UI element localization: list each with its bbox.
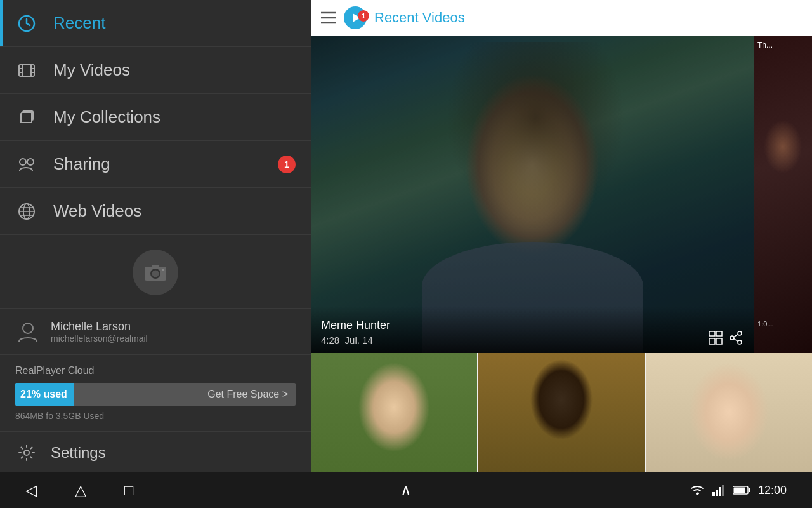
storage-section: RealPlayer Cloud 21% used Get Free Space… xyxy=(0,355,311,432)
main-content: 1 Recent Videos xyxy=(311,0,812,472)
svg-rect-33 xyxy=(716,338,722,344)
svg-point-34 xyxy=(738,331,742,335)
status-bar: 12:00 xyxy=(690,484,787,497)
clock-icon xyxy=(15,12,38,35)
back-button[interactable]: ◁ xyxy=(25,481,37,499)
thumbnail-image-1 xyxy=(311,353,477,472)
featured-video-main: Meme Hunter 4:28 Jul. 14 xyxy=(311,36,754,353)
user-email: michellelarson@realmail xyxy=(51,333,148,344)
app-logo-wrapper: 1 xyxy=(344,6,367,29)
my-videos-label: My Videos xyxy=(53,60,130,80)
collections-icon xyxy=(15,106,38,129)
camera-section xyxy=(0,237,311,309)
svg-rect-21 xyxy=(152,265,159,268)
video-grid: Meme Hunter 4:28 Jul. 14 xyxy=(311,36,812,472)
thumbnail-row xyxy=(311,353,812,472)
user-name: Michelle Larson xyxy=(51,320,148,333)
svg-point-11 xyxy=(20,159,26,165)
svg-rect-43 xyxy=(722,485,724,496)
side-peek-video[interactable]: Th... 1:0... xyxy=(754,36,812,353)
side-peek-duration: 1:0... xyxy=(757,320,773,328)
svg-rect-22 xyxy=(162,269,164,271)
svg-rect-32 xyxy=(709,338,715,344)
storage-title: RealPlayer Cloud xyxy=(15,365,296,377)
video-overlay: Meme Hunter 4:28 Jul. 14 xyxy=(311,306,754,353)
get-free-space-button[interactable]: Get Free Space > xyxy=(207,389,288,400)
recent-apps-button[interactable]: □ xyxy=(124,481,134,499)
featured-video-title: Meme Hunter xyxy=(321,319,390,332)
thumbnail-item-2[interactable] xyxy=(478,353,646,472)
svg-point-39 xyxy=(696,493,698,495)
sharing-icon xyxy=(15,153,38,176)
storage-percent: 21% used xyxy=(20,389,67,400)
sidebar-item-my-collections[interactable]: My Collections xyxy=(0,94,311,141)
bottom-nav: ◁ △ □ ∧ 12:00 xyxy=(0,472,812,508)
film-icon xyxy=(15,59,38,82)
home-button[interactable]: △ xyxy=(75,481,86,499)
svg-rect-30 xyxy=(709,331,715,336)
video-thumbnail xyxy=(311,36,754,353)
user-avatar-icon xyxy=(15,319,41,344)
sidebar-item-sharing[interactable]: Sharing 1 xyxy=(0,141,311,188)
bottom-nav-center: ∧ xyxy=(400,481,412,499)
svg-point-20 xyxy=(152,271,159,277)
svg-rect-1 xyxy=(19,65,34,76)
sharing-badge: 1 xyxy=(278,156,296,173)
up-button[interactable]: ∧ xyxy=(400,481,412,498)
settings-label: Settings xyxy=(51,444,106,462)
svg-line-37 xyxy=(734,334,738,337)
signal-icon xyxy=(712,485,725,496)
svg-rect-42 xyxy=(719,487,721,496)
svg-rect-31 xyxy=(716,331,722,336)
svg-point-24 xyxy=(24,450,29,455)
camera-button[interactable] xyxy=(133,250,178,295)
clock-display: 12:00 xyxy=(758,484,787,497)
storage-fill: 21% used xyxy=(15,383,74,406)
header-notification-badge: 1 xyxy=(358,10,369,22)
side-peek-thumbnail xyxy=(754,36,812,353)
thumbnail-image-2 xyxy=(478,353,645,472)
wifi-icon xyxy=(690,485,705,496)
sidebar-item-settings[interactable]: Settings xyxy=(0,432,311,472)
svg-point-36 xyxy=(738,340,742,344)
battery-icon xyxy=(733,485,750,495)
svg-rect-40 xyxy=(712,492,715,496)
top-bar: 1 Recent Videos xyxy=(311,0,812,36)
sidebar-item-my-videos[interactable]: My Videos xyxy=(0,47,311,94)
page-title: Recent Videos xyxy=(374,10,465,26)
settings-icon xyxy=(15,441,38,464)
svg-rect-46 xyxy=(749,488,750,492)
expand-icon[interactable] xyxy=(708,330,723,345)
sidebar-navigation: Recent My Videos xyxy=(0,0,311,237)
share-icon[interactable] xyxy=(728,330,743,345)
side-peek-info: Th... xyxy=(754,41,812,50)
globe-icon xyxy=(15,200,38,223)
sidebar-item-web-videos[interactable]: Web Videos xyxy=(0,188,311,235)
my-collections-label: My Collections xyxy=(53,107,160,127)
thumbnail-item-3[interactable] xyxy=(646,353,812,472)
svg-rect-10 xyxy=(22,112,32,123)
user-info: Michelle Larson michellelarson@realmail xyxy=(51,320,148,344)
svg-point-12 xyxy=(27,159,34,165)
sidebar: Recent My Videos xyxy=(0,0,311,472)
thumbnail-image-3 xyxy=(646,353,812,472)
user-profile[interactable]: Michelle Larson michellelarson@realmail xyxy=(0,309,311,355)
video-action-icons xyxy=(708,330,743,345)
storage-bar: 21% used Get Free Space > xyxy=(15,383,296,406)
featured-video[interactable]: Meme Hunter 4:28 Jul. 14 xyxy=(311,36,812,353)
storage-info: 864MB fo 3,5GB Used xyxy=(15,411,296,421)
side-peek-title: Th... xyxy=(757,41,808,50)
bottom-nav-left: ◁ △ □ xyxy=(25,481,134,499)
recent-label: Recent xyxy=(53,13,105,33)
thumbnail-item-1[interactable] xyxy=(311,353,478,472)
svg-line-38 xyxy=(734,338,738,341)
sidebar-item-recent[interactable]: Recent xyxy=(0,0,311,47)
web-videos-label: Web Videos xyxy=(53,201,141,221)
svg-rect-41 xyxy=(716,490,718,496)
svg-point-23 xyxy=(23,323,33,333)
svg-rect-45 xyxy=(733,488,745,493)
featured-video-meta: 4:28 Jul. 14 xyxy=(321,335,390,345)
sharing-label: Sharing xyxy=(53,154,110,174)
svg-point-35 xyxy=(730,336,734,340)
hamburger-menu-icon[interactable] xyxy=(321,11,336,24)
